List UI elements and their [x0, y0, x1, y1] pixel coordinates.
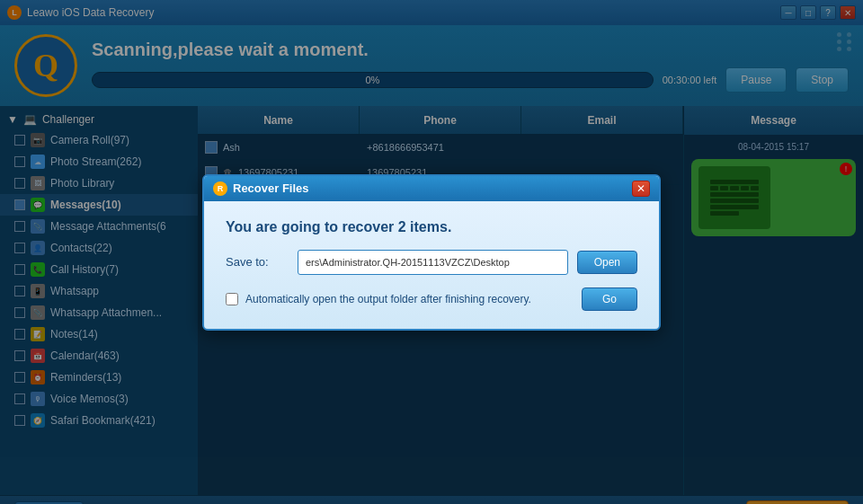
modal-logo-icon: R	[213, 181, 227, 196]
go-button[interactable]: Go	[582, 287, 637, 311]
modal-close-button[interactable]: ✕	[632, 181, 650, 197]
open-button[interactable]: Open	[577, 251, 637, 274]
auto-open-checkbox[interactable]	[226, 293, 238, 305]
modal-overlay: R Recover Files ✕ You are going to recov…	[0, 0, 863, 504]
save-to-row: Save to: Open	[226, 250, 637, 275]
save-to-label: Save to:	[226, 255, 289, 269]
save-path-input[interactable]	[298, 250, 568, 275]
modal-heading: You are going to recover 2 items.	[226, 219, 637, 235]
modal-title-text: Recover Files	[233, 181, 627, 195]
auto-open-label: Automatically open the output folder aft…	[245, 293, 574, 305]
auto-open-row: Automatically open the output folder aft…	[226, 287, 637, 311]
modal-body: You are going to recover 2 items. Save t…	[204, 201, 659, 329]
recover-files-modal: R Recover Files ✕ You are going to recov…	[202, 174, 661, 331]
modal-title-bar: R Recover Files ✕	[204, 176, 659, 201]
